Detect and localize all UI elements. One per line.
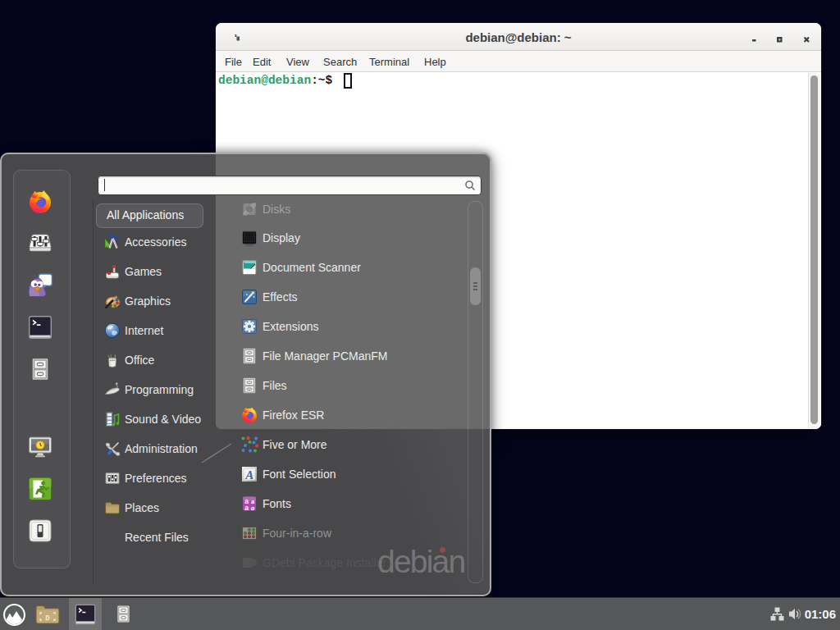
svg-text:a: a xyxy=(244,504,249,512)
svg-text:D: D xyxy=(45,614,50,623)
